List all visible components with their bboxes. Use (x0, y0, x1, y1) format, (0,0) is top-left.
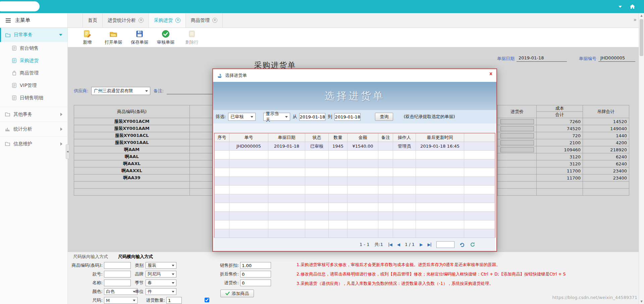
range-filter-select[interactable]: 显示当天 (263, 113, 290, 121)
query-button[interactable]: 查询 (375, 113, 393, 121)
col-total: 合计 (537, 112, 583, 118)
prev-page-icon[interactable]: ◀ (397, 242, 400, 247)
select-purchase-order-dialog: 选择进货单 x 选择进货单 筛选: 已审核 显示当天 从 到 查询 (双击纪录提… (212, 68, 497, 252)
category-select[interactable]: 服装 (146, 262, 176, 269)
document-date-label: 单据日期 (497, 56, 515, 62)
from-date-input[interactable] (299, 113, 325, 121)
status-filter-select[interactable]: 已审核 (228, 113, 256, 121)
brand-select[interactable]: 阿尼玛 (146, 271, 176, 277)
col-purchase-price: 进货价 (498, 105, 537, 118)
sidebar-item-vip-management[interactable]: VIP管理 (0, 79, 67, 92)
remark-label: 备注: (153, 88, 163, 94)
scrollbar-thumb[interactable] (640, 19, 643, 56)
purchase-qty-input[interactable] (166, 297, 182, 304)
chevron-down-icon (172, 265, 174, 266)
last-page-icon[interactable]: ▶| (427, 242, 431, 247)
tab-bar: 首页 进货统计分析 × 采购进货 × 商品管理 × (68, 13, 639, 28)
unit-select[interactable]: 件 (146, 288, 176, 295)
sidebar-item-product-management[interactable]: 商品管理 (0, 67, 67, 79)
delete-row-icon (187, 30, 196, 38)
dialog-heading: 选择进货单 (213, 82, 496, 110)
close-icon[interactable]: × (212, 18, 217, 23)
sidebar-section-other[interactable]: 其他事务 (0, 107, 67, 121)
tab-overflow-icon[interactable]: » (633, 16, 637, 23)
note-line-3: 3.采购退货（退供应商），凡是入库数量为负数的情况：进货数量录入负数（-1），系… (297, 281, 493, 287)
bag-icon (12, 70, 16, 75)
col-amount: 金额 (347, 134, 378, 142)
scroll-up-icon[interactable]: ▲ (639, 14, 644, 17)
col-cost: 成本 (537, 105, 583, 112)
tab-size-horizontal-input[interactable]: 尺码横向输入方式 (118, 254, 153, 260)
season-select[interactable]: 春 (146, 280, 176, 286)
document-date-value[interactable]: 2019-01-18 (517, 55, 567, 62)
sidebar-collapse-handle[interactable]: ◀ (66, 144, 69, 159)
folder-icon (5, 112, 10, 116)
to-date-input[interactable] (334, 113, 361, 121)
tool-label: 新增 (83, 39, 92, 45)
qty-checkbox[interactable] (205, 298, 209, 302)
sidebar-section-daily[interactable]: 日常事务 (0, 28, 67, 42)
audit-document-button[interactable]: 审核单据 (156, 30, 175, 45)
first-page-icon[interactable]: |◀ (388, 242, 392, 247)
product-code-input[interactable] (104, 262, 131, 269)
hamburger-icon[interactable] (6, 18, 11, 22)
col-order-date: 单据日期 (268, 134, 305, 142)
dialog-filter-subarea (213, 123, 496, 133)
close-icon[interactable]: x (489, 71, 492, 76)
sidebar-item-label: 商品管理 (20, 70, 39, 76)
name-input[interactable] (104, 280, 131, 286)
col-filler (464, 134, 495, 142)
tab-home[interactable]: 首页 (83, 13, 103, 28)
go-to-page-icon[interactable] (460, 242, 465, 247)
style-no-input[interactable] (104, 271, 131, 277)
add-product-button[interactable]: 添加商品 (220, 290, 254, 297)
from-label: 从 (292, 114, 297, 120)
page-jump-input[interactable] (436, 241, 454, 248)
open-folder-icon (109, 30, 118, 38)
dialog-pagination: 1 - 1 共:1 |◀ ◀ 1 / 1 ▶ ▶| (214, 238, 495, 251)
purchase-price-input[interactable] (240, 280, 271, 286)
discounted-price-input[interactable] (240, 271, 271, 277)
refresh-icon[interactable] (470, 242, 475, 247)
chevron-down-icon (285, 116, 288, 118)
dialog-filter-bar: 筛选: 已审核 显示当天 从 到 查询 (双击纪录提取选定的单据) (213, 110, 496, 123)
tab-purchase-statistics[interactable]: 进货统计分析 × (103, 13, 149, 28)
size-select[interactable]: M (104, 297, 138, 304)
chevron-right-icon (60, 128, 62, 131)
tab-size-vertical-input[interactable]: 尺码纵向输入方式 (73, 254, 108, 260)
tab-purchase-incoming[interactable]: 采购进货 × (149, 13, 186, 28)
note-line-1: 1.采购进货审核可多次修改，审核后才会更新库存数与成本金额。进货后库存为0通常是… (297, 262, 500, 268)
sidebar-item-daily-sales-detail[interactable]: 日销售明细 (0, 92, 67, 104)
chevron-down-icon[interactable] (619, 6, 622, 8)
order-row[interactable]: JHD000005 2019-01-18 已审核 1945 ¥1540.00 管… (215, 142, 495, 151)
tab-product-management[interactable]: 商品管理 × (186, 13, 223, 28)
col-operator: 操作人 (393, 134, 416, 142)
sales-discount-input[interactable] (240, 262, 271, 269)
tab-label: 首页 (88, 17, 97, 23)
close-icon[interactable]: × (139, 18, 144, 23)
next-page-icon[interactable]: ▶ (420, 242, 422, 247)
dialog-icon (217, 73, 222, 78)
scroll-down-icon[interactable]: ▼ (639, 300, 644, 303)
order-row-empty (215, 194, 495, 203)
price-input-disabled (500, 119, 534, 124)
order-row-empty (215, 229, 495, 238)
vertical-scrollbar[interactable]: ▲ ▼ (639, 13, 644, 304)
home-icon[interactable] (630, 4, 635, 9)
new-button[interactable]: 新增 (78, 30, 97, 45)
toolbar: 新增 打开单据 保存单据 审核单据 删除行 (68, 28, 639, 47)
save-document-button[interactable]: 保存单据 (130, 30, 149, 45)
sidebar-section-info-maintenance[interactable]: 信息维护 (0, 136, 67, 151)
main-menu-header[interactable]: 主菜单 (0, 13, 68, 28)
dialog-title-bar[interactable]: 选择进货单 x (213, 69, 496, 82)
sidebar-section-statistics[interactable]: 统计分析 (0, 121, 67, 136)
order-row-empty (215, 159, 495, 168)
col-product-code: 商品编码(条码) (74, 105, 190, 118)
tool-label: 删除行 (185, 39, 199, 45)
sidebar-item-frontdesk-sales[interactable]: 前台销售 (0, 42, 67, 54)
close-icon[interactable]: × (175, 18, 180, 23)
sidebar-item-purchase-incoming[interactable]: 采购进货 (0, 54, 67, 67)
purchase-price-label: 进货价: (205, 280, 239, 286)
open-document-button[interactable]: 打开单据 (104, 30, 123, 45)
supplier-select[interactable]: 广州三易通贸易有限 (91, 87, 150, 95)
